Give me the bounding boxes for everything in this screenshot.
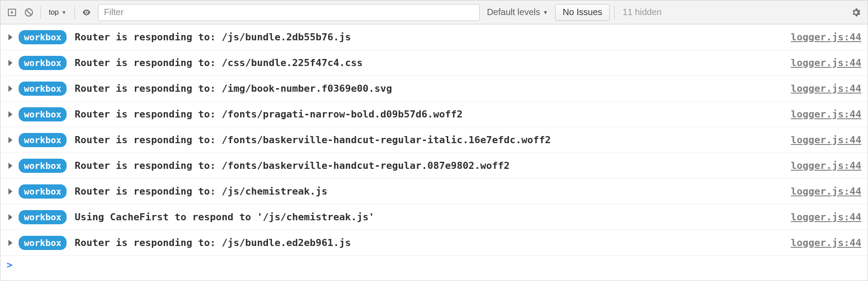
clear-console-icon[interactable]	[22, 5, 36, 20]
log-badge: workbox	[19, 30, 67, 44]
log-source-link[interactable]: logger.js:44	[791, 134, 861, 145]
log-message: Router is responding to: /fonts/baskervi…	[75, 134, 791, 145]
log-message: Router is responding to: /fonts/pragati-…	[75, 109, 791, 120]
console-log: workboxRouter is responding to: /js/bund…	[0, 24, 868, 281]
log-row[interactable]: workboxRouter is responding to: /css/bun…	[0, 50, 868, 76]
toolbar-divider	[40, 6, 41, 19]
log-source-link[interactable]: logger.js:44	[791, 31, 861, 43]
log-badge: workbox	[19, 159, 67, 173]
log-message: Using CacheFirst to respond to '/js/chem…	[75, 211, 791, 222]
log-row[interactable]: workboxRouter is responding to: /img/boo…	[0, 76, 868, 101]
log-levels-selector[interactable]: Default levels ▼	[482, 4, 552, 21]
log-row[interactable]: workboxRouter is responding to: /js/bund…	[0, 24, 868, 50]
log-badge: workbox	[19, 133, 67, 147]
disclosure-triangle-icon[interactable]	[8, 163, 12, 169]
log-badge: workbox	[19, 236, 67, 250]
log-message: Router is responding to: /js/bundle.ed2e…	[75, 237, 791, 248]
issues-button[interactable]: No Issues	[555, 4, 610, 21]
log-message: Router is responding to: /img/book-numbe…	[75, 83, 791, 94]
filter-input[interactable]	[98, 4, 480, 21]
log-badge: workbox	[19, 107, 67, 121]
log-badge: workbox	[19, 184, 67, 199]
log-badge: workbox	[19, 82, 67, 96]
disclosure-triangle-icon[interactable]	[8, 137, 12, 143]
log-row[interactable]: workboxRouter is responding to: /fonts/p…	[0, 101, 868, 127]
log-message: Router is responding to: /css/bundle.225…	[75, 57, 791, 68]
prompt-caret-icon: >	[7, 259, 12, 270]
disclosure-triangle-icon[interactable]	[8, 240, 12, 246]
toolbar-divider	[614, 6, 615, 19]
log-row[interactable]: workboxUsing CacheFirst to respond to '/…	[0, 204, 868, 230]
log-row[interactable]: workboxRouter is responding to: /js/chem…	[0, 179, 868, 204]
log-message: Router is responding to: /js/bundle.2db5…	[75, 31, 791, 43]
log-message: Router is responding to: /fonts/baskervi…	[75, 160, 791, 171]
log-badge: workbox	[19, 56, 67, 70]
context-label: top	[49, 8, 59, 16]
disclosure-triangle-icon[interactable]	[8, 111, 12, 117]
log-row[interactable]: workboxRouter is responding to: /fonts/b…	[0, 153, 868, 179]
log-row[interactable]: workboxRouter is responding to: /fonts/b…	[0, 127, 868, 153]
disclosure-triangle-icon[interactable]	[8, 34, 12, 40]
log-source-link[interactable]: logger.js:44	[791, 83, 861, 94]
disclosure-triangle-icon[interactable]	[8, 188, 12, 195]
log-badge: workbox	[19, 210, 67, 224]
levels-label: Default levels	[487, 7, 540, 17]
svg-line-2	[27, 10, 32, 15]
toggle-sidebar-icon[interactable]	[5, 5, 19, 20]
chevron-down-icon: ▼	[61, 9, 67, 16]
chevron-down-icon: ▼	[543, 9, 548, 16]
log-source-link[interactable]: logger.js:44	[791, 57, 861, 68]
disclosure-triangle-icon[interactable]	[8, 86, 12, 92]
log-source-link[interactable]: logger.js:44	[791, 186, 861, 197]
live-expression-icon[interactable]	[79, 5, 94, 20]
gear-icon[interactable]	[849, 5, 863, 20]
disclosure-triangle-icon[interactable]	[8, 214, 12, 220]
svg-point-3	[86, 12, 87, 13]
console-toolbar: top ▼ Default levels ▼ No Issues 11 hidd…	[0, 0, 868, 24]
log-source-link[interactable]: logger.js:44	[791, 211, 861, 222]
execution-context-selector[interactable]: top ▼	[45, 5, 70, 20]
log-message: Router is responding to: /js/chemistreak…	[75, 186, 791, 197]
log-source-link[interactable]: logger.js:44	[791, 237, 861, 248]
log-source-link[interactable]: logger.js:44	[791, 109, 861, 120]
disclosure-triangle-icon[interactable]	[8, 60, 12, 66]
hidden-messages-count[interactable]: 11 hidden	[619, 7, 665, 17]
log-source-link[interactable]: logger.js:44	[791, 160, 861, 171]
console-prompt[interactable]: >	[0, 256, 868, 273]
log-row[interactable]: workboxRouter is responding to: /js/bund…	[0, 230, 868, 256]
toolbar-divider	[75, 6, 75, 19]
